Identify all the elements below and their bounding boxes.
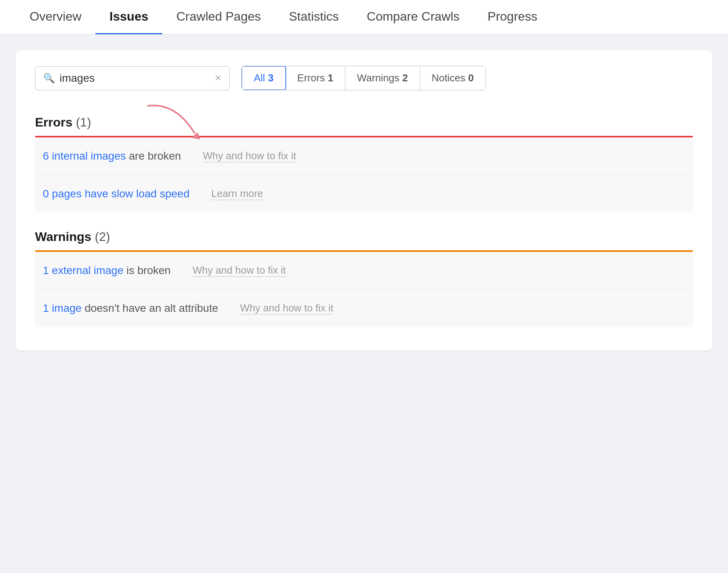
errors-header: Errors (1) xyxy=(35,106,693,136)
tab-progress[interactable]: Progress xyxy=(473,0,551,34)
tab-statistics[interactable]: Statistics xyxy=(275,0,353,34)
errors-section: Errors (1) 6 internal images are broken … xyxy=(35,106,693,213)
issue-text: doesn't have an alt attribute xyxy=(82,302,218,314)
issue-row: 1 image doesn't have an alt attribute Wh… xyxy=(35,290,693,327)
search-filter-row: 🔍 ✕ All 3 Errors 1 Warnings 2 Notices 0 xyxy=(35,66,693,90)
warnings-header: Warnings (2) xyxy=(35,220,693,250)
filter-warnings[interactable]: Warnings 2 xyxy=(345,66,420,90)
fix-link[interactable]: Learn more xyxy=(211,188,263,200)
fix-link[interactable]: Why and how to fix it xyxy=(203,150,296,162)
filter-notices[interactable]: Notices 0 xyxy=(420,66,485,90)
issue-row: 1 external image is broken Why and how t… xyxy=(35,252,693,290)
tab-crawled-pages[interactable]: Crawled Pages xyxy=(162,0,275,34)
issue-link[interactable]: 1 external image xyxy=(43,264,123,276)
filter-errors[interactable]: Errors 1 xyxy=(286,66,345,90)
search-box: 🔍 ✕ xyxy=(35,66,230,90)
filter-buttons: All 3 Errors 1 Warnings 2 Notices 0 xyxy=(241,66,486,90)
issue-text: are broken xyxy=(126,150,181,162)
top-navigation: Overview Issues Crawled Pages Statistics… xyxy=(0,0,728,35)
search-input[interactable] xyxy=(60,72,210,84)
tab-issues[interactable]: Issues xyxy=(95,0,162,34)
warnings-section: Warnings (2) 1 external image is broken … xyxy=(35,220,693,327)
issue-row-content: 6 internal images are broken xyxy=(43,150,181,162)
issue-row-content: 0 pages have slow load speed xyxy=(43,188,190,200)
fix-link[interactable]: Why and how to fix it xyxy=(192,264,286,277)
errors-list: 6 internal images are broken Why and how… xyxy=(35,137,693,213)
warnings-list: 1 external image is broken Why and how t… xyxy=(35,252,693,327)
issue-link[interactable]: 6 internal images xyxy=(43,150,126,162)
tab-overview[interactable]: Overview xyxy=(16,0,95,34)
issue-link[interactable]: 0 pages have slow load speed xyxy=(43,188,190,200)
issue-text: is broken xyxy=(123,264,171,276)
issue-link[interactable]: 1 image xyxy=(43,302,82,314)
main-content: 🔍 ✕ All 3 Errors 1 Warnings 2 Notices 0 xyxy=(0,35,728,366)
issue-row: 6 internal images are broken Why and how… xyxy=(35,137,693,175)
issue-row-content: 1 image doesn't have an alt attribute xyxy=(43,302,218,315)
clear-icon[interactable]: ✕ xyxy=(215,73,222,83)
issue-row-content: 1 external image is broken xyxy=(43,264,171,277)
filter-all[interactable]: All 3 xyxy=(241,66,286,90)
issue-row: 0 pages have slow load speed Learn more xyxy=(35,175,693,213)
search-icon: 🔍 xyxy=(43,73,55,84)
tab-compare-crawls[interactable]: Compare Crawls xyxy=(353,0,473,34)
fix-link[interactable]: Why and how to fix it xyxy=(240,302,334,315)
issues-card: 🔍 ✕ All 3 Errors 1 Warnings 2 Notices 0 xyxy=(16,50,712,350)
